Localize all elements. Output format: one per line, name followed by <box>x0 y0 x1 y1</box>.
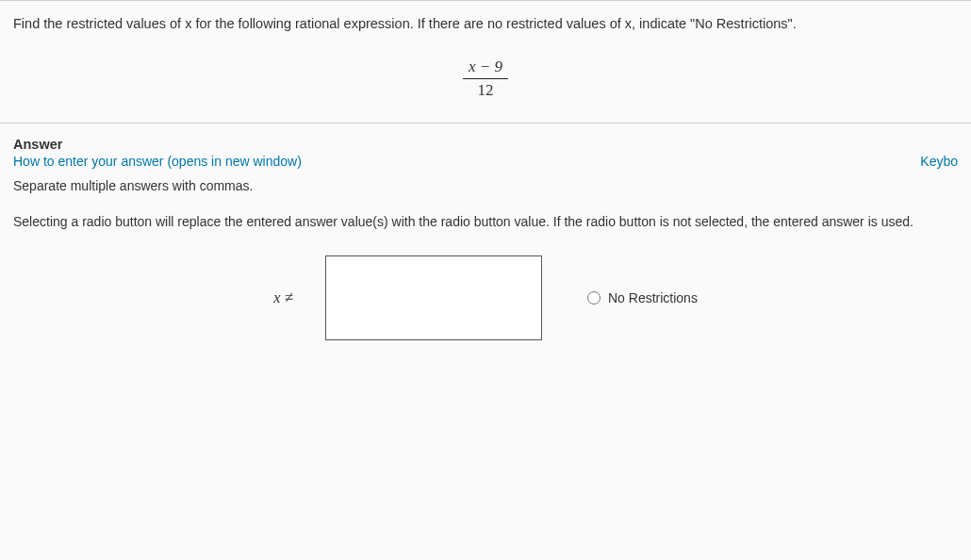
separate-answers-note: Separate multiple answers with commas. <box>13 178 958 193</box>
help-link[interactable]: How to enter your answer (opens in new w… <box>13 154 958 169</box>
no-restrictions-label[interactable]: No Restrictions <box>608 290 698 305</box>
question-section: Find the restricted values of x for the … <box>0 0 971 124</box>
fraction: x − 9 12 <box>463 58 508 100</box>
fraction-denominator: 12 <box>463 79 508 100</box>
answer-input-row: x≠ No Restrictions <box>13 255 958 340</box>
not-equal-symbol: ≠ <box>285 288 293 306</box>
fraction-numerator: x − 9 <box>463 58 508 79</box>
keyboard-shortcut-hint[interactable]: Keybo <box>920 154 958 169</box>
rational-expression: x − 9 12 <box>13 58 958 100</box>
answer-section: Answer How to enter your answer (opens i… <box>0 124 971 340</box>
variable-x: x <box>273 288 281 306</box>
no-restrictions-group: No Restrictions <box>587 290 698 305</box>
question-prompt: Find the restricted values of x for the … <box>13 16 958 31</box>
radio-explanation-note: Selecting a radio button will replace th… <box>13 214 958 229</box>
answer-heading: Answer <box>13 137 958 152</box>
x-not-equal-label: x≠ <box>273 288 293 307</box>
answer-input[interactable] <box>325 255 542 340</box>
no-restrictions-radio[interactable] <box>587 291 601 305</box>
